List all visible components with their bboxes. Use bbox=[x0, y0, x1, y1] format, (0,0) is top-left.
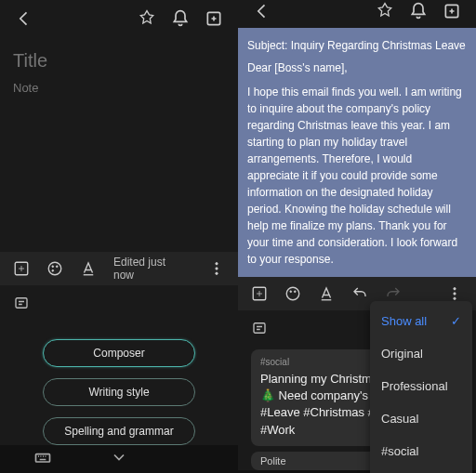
topbar-left bbox=[0, 0, 238, 37]
text-format-icon[interactable] bbox=[80, 260, 97, 277]
note-input[interactable] bbox=[13, 81, 225, 95]
svg-point-4 bbox=[56, 266, 58, 268]
toolbar-left: Edited just now bbox=[0, 252, 238, 285]
bottombar-left bbox=[0, 445, 238, 473]
content-left bbox=[0, 37, 238, 252]
email-preview[interactable]: Subject: Inquiry Regarding Christmas Lea… bbox=[238, 28, 476, 277]
email-subject: Subject: Inquiry Regarding Christmas Lea… bbox=[247, 37, 467, 54]
svg-point-2 bbox=[48, 262, 61, 275]
bell-icon[interactable] bbox=[169, 7, 192, 30]
more-icon[interactable] bbox=[446, 285, 463, 302]
svg-point-8 bbox=[216, 272, 218, 274]
writing-style-button[interactable]: Writing style bbox=[43, 378, 195, 406]
menu-original[interactable]: Original bbox=[370, 337, 472, 370]
pin-icon[interactable] bbox=[374, 0, 396, 22]
archive-icon[interactable] bbox=[441, 0, 463, 22]
spelling-grammar-button[interactable]: Spelling and grammar bbox=[43, 417, 195, 445]
assist-icon[interactable] bbox=[13, 295, 30, 311]
title-input[interactable] bbox=[13, 50, 225, 72]
menu-social[interactable]: #social bbox=[370, 435, 472, 467]
check-icon: ✓ bbox=[451, 314, 461, 328]
text-format-icon[interactable] bbox=[318, 285, 335, 302]
style-menu: Show all ✓ Original Professional Casual … bbox=[370, 301, 472, 473]
right-panel: Subject: Inquiry Regarding Christmas Lea… bbox=[238, 0, 476, 473]
menu-casual[interactable]: Casual bbox=[370, 402, 472, 435]
svg-point-17 bbox=[454, 293, 456, 295]
svg-point-3 bbox=[52, 266, 54, 268]
more-icon[interactable] bbox=[208, 260, 225, 277]
pill-stack: Composer Writing style Spelling and gram… bbox=[0, 339, 238, 445]
add-icon[interactable] bbox=[251, 285, 268, 302]
keyboard-icon[interactable] bbox=[33, 448, 52, 470]
left-panel: Edited just now Composer Writing style S… bbox=[0, 0, 238, 473]
edited-label: Edited just now bbox=[113, 256, 175, 282]
archive-icon[interactable] bbox=[203, 7, 225, 30]
menu-show-all[interactable]: Show all ✓ bbox=[370, 305, 472, 337]
menu-polite[interactable]: Polite bbox=[370, 467, 472, 473]
back-icon[interactable] bbox=[13, 7, 35, 30]
add-icon[interactable] bbox=[13, 260, 30, 277]
composer-button[interactable]: Composer bbox=[43, 339, 195, 367]
svg-rect-9 bbox=[16, 298, 27, 309]
palette-icon[interactable] bbox=[46, 260, 63, 277]
menu-label: Show all bbox=[381, 314, 427, 328]
palette-icon[interactable] bbox=[284, 285, 301, 302]
svg-point-18 bbox=[454, 297, 456, 299]
assist-icon[interactable] bbox=[251, 320, 268, 336]
svg-point-13 bbox=[286, 287, 299, 300]
email-body: I hope this email finds you well. I am w… bbox=[247, 84, 467, 268]
assist-row-left bbox=[0, 285, 238, 315]
svg-point-15 bbox=[294, 291, 296, 293]
bell-icon[interactable] bbox=[407, 0, 430, 22]
svg-point-7 bbox=[216, 268, 218, 269]
content-right: Subject: Inquiry Regarding Christmas Lea… bbox=[238, 22, 476, 473]
pin-icon[interactable] bbox=[136, 7, 158, 30]
svg-point-14 bbox=[290, 291, 292, 293]
topbar-right bbox=[238, 0, 476, 22]
email-greeting: Dear [Boss's name], bbox=[247, 59, 467, 76]
chevron-down-icon[interactable] bbox=[110, 448, 128, 470]
menu-professional[interactable]: Professional bbox=[370, 370, 472, 402]
svg-point-5 bbox=[52, 269, 54, 271]
svg-rect-10 bbox=[36, 454, 50, 462]
svg-rect-19 bbox=[254, 323, 265, 334]
back-icon[interactable] bbox=[251, 0, 273, 22]
undo-icon[interactable] bbox=[351, 285, 368, 302]
redo-icon bbox=[385, 285, 402, 302]
svg-point-16 bbox=[454, 288, 456, 290]
svg-point-6 bbox=[216, 263, 218, 265]
